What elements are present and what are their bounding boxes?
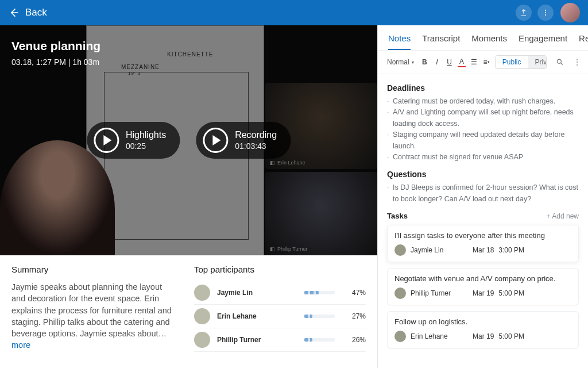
editor-toolbar: Normal ▾ B I U A ☰ ≡▾ Public Private ⋮ [378, 51, 588, 74]
participants-heading: Top participants [194, 264, 366, 274]
participant-row: Erin Lehane 27% [194, 305, 366, 328]
task-card[interactable]: Negotiate with venue and A/V company on … [387, 268, 579, 305]
summary-text: Jaymie speaks about planning the layout … [11, 281, 178, 351]
public-option[interactable]: Public [496, 56, 528, 68]
tab-notes[interactable]: Notes [388, 33, 411, 50]
top-bar: Back [0, 0, 588, 25]
task-title: Negotiate with venue and A/V company on … [394, 274, 571, 283]
summary-more-link[interactable]: more [11, 340, 30, 350]
play-icon [94, 128, 119, 153]
task-avatar [394, 331, 406, 342]
meeting-subtitle: 03.18, 1:27 PM | 1h 03m [11, 57, 100, 67]
bold-button[interactable]: B [421, 57, 429, 67]
participant-name: Jaymie Lin [217, 289, 297, 297]
svg-point-0 [545, 10, 546, 11]
style-select[interactable]: Normal ▾ [385, 57, 416, 67]
list-button[interactable]: ☰ [470, 57, 478, 67]
meeting-header: Venue planning 03.18, 1:27 PM | 1h 03m [11, 39, 100, 67]
highlights-label: Highlights [126, 130, 166, 140]
play-icon [203, 128, 228, 153]
italic-button[interactable]: I [433, 57, 441, 67]
summary-section: Summary Jaymie speaks about planning the… [11, 264, 178, 352]
deadlines-list: Catering must be ordered today, with rus… [387, 96, 579, 163]
recording-time: 01:03:43 [235, 141, 277, 151]
note-item: Is DJ Bleeps is confirmed for 2-hour ses… [387, 182, 579, 205]
task-time: 3:00 PM [498, 246, 524, 254]
recording-label: Recording [235, 130, 277, 140]
tasks-heading: Tasks [387, 212, 408, 220]
task-card[interactable]: Follow up on logistics. Erin Lehane Mar … [387, 311, 579, 348]
participant-avatar [194, 308, 210, 324]
svg-point-3 [558, 59, 562, 63]
note-item: Contract must be signed for venue ASAP [387, 152, 579, 163]
participant-avatar [194, 332, 210, 348]
highlights-time: 00:25 [126, 141, 166, 151]
align-button[interactable]: ≡▾ [482, 57, 490, 67]
task-title: I'll assign tasks to everyone after this… [394, 231, 571, 240]
tab-moments[interactable]: Moments [471, 33, 507, 50]
tab-report[interactable]: Report [579, 33, 588, 50]
participant-bar [304, 315, 335, 318]
task-title: Follow up on logistics. [394, 317, 571, 326]
participant-row: Jaymie Lin 47% [194, 281, 366, 305]
participant-pct: 26% [346, 336, 366, 344]
share-button[interactable] [516, 5, 532, 21]
play-highlights-button[interactable]: Highlights 00:25 [87, 122, 180, 159]
add-task-button[interactable]: + Add new [547, 212, 579, 220]
back-arrow-icon[interactable] [8, 7, 20, 18]
user-avatar[interactable] [560, 3, 580, 22]
task-date: Mar 18 [473, 246, 494, 254]
back-label[interactable]: Back [25, 7, 47, 18]
participant-bar [304, 291, 335, 294]
more-button[interactable] [537, 5, 554, 21]
questions-heading: Questions [387, 170, 579, 179]
participant-avatar [194, 285, 210, 301]
participant-bar [304, 338, 335, 342]
tab-engagement[interactable]: Engagement [519, 33, 567, 50]
note-item: Catering must be ordered today, with rus… [387, 96, 579, 107]
kebab-icon[interactable]: ⋮ [573, 57, 581, 67]
task-assignee: Phillip Turner [411, 289, 468, 297]
task-assignee: Erin Lehane [411, 332, 468, 340]
task-avatar [394, 244, 406, 256]
notes-body: Deadlines Catering must be ordered today… [378, 74, 588, 368]
play-recording-button[interactable]: Recording 01:03:43 [196, 122, 291, 159]
questions-list: Is DJ Bleeps is confirmed for 2-hour ses… [387, 182, 579, 205]
tab-transcript[interactable]: Transcript [422, 33, 460, 50]
private-option[interactable]: Private [528, 56, 547, 68]
task-date: Mar 19 [473, 332, 494, 340]
task-time: 5:00 PM [498, 332, 524, 340]
participant-pct: 47% [346, 289, 366, 297]
underline-button[interactable]: U [446, 57, 454, 67]
text-color-button[interactable]: A [458, 57, 466, 67]
visibility-toggle[interactable]: Public Private [495, 55, 547, 69]
participants-section: Top participants Jaymie Lin 47% Erin Leh… [194, 264, 366, 352]
note-item: A/V and Lighting company will set up nig… [387, 107, 579, 129]
note-item: Staging company will need updated detail… [387, 129, 579, 152]
svg-point-1 [545, 12, 546, 13]
task-card[interactable]: I'll assign tasks to everyone after this… [387, 225, 579, 262]
search-icon[interactable] [556, 57, 564, 67]
right-tabs: Notes Transcript Moments Engagement Repo… [378, 25, 588, 51]
task-assignee: Jaymie Lin [411, 246, 468, 254]
meeting-title: Venue planning [11, 39, 100, 53]
participant-pct: 27% [346, 312, 366, 320]
participant-row: Phillip Turner 26% [194, 328, 366, 352]
summary-heading: Summary [11, 264, 178, 274]
video-area: KITCHENETTE MEZZANINE 19' 3" ◧ Erin Leha… [0, 25, 377, 255]
deadlines-heading: Deadlines [387, 83, 579, 93]
svg-point-2 [545, 14, 546, 16]
participant-name: Phillip Turner [217, 336, 297, 344]
participant-name: Erin Lehane [217, 312, 297, 320]
task-date: Mar 19 [473, 289, 494, 297]
task-avatar [394, 288, 406, 299]
task-time: 5:00 PM [498, 289, 524, 297]
